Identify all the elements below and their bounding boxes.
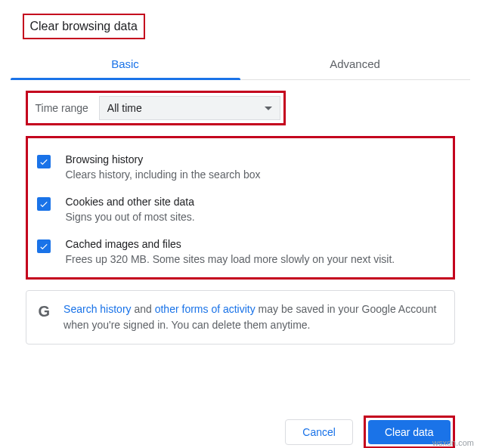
- time-range-row: Time range All time: [26, 91, 286, 125]
- option-title: Cached images and files: [66, 238, 395, 250]
- other-activity-link[interactable]: other forms of activity: [155, 303, 255, 315]
- option-cache: Cached images and files Frees up 320 MB.…: [34, 230, 447, 273]
- google-logo-icon: G: [39, 303, 51, 320]
- dialog-actions: Cancel Clear data: [11, 405, 470, 448]
- check-icon: [39, 156, 49, 167]
- option-desc: Signs you out of most sites.: [66, 211, 195, 223]
- checkbox-cookies[interactable]: [37, 197, 51, 211]
- checkbox-browsing-history[interactable]: [37, 155, 51, 168]
- tab-basic[interactable]: Basic: [11, 47, 240, 79]
- info-text: Search history and other forms of activi…: [63, 301, 441, 333]
- option-browsing-history: Browsing history Clears history, includi…: [34, 146, 447, 188]
- option-desc: Clears history, including in the search …: [66, 168, 261, 181]
- dialog-title: Clear browsing data: [23, 14, 145, 39]
- time-range-label: Time range: [36, 102, 88, 114]
- clear-browsing-data-dialog: Clear browsing data Basic Advanced Time …: [11, 0, 470, 448]
- option-title: Cookies and other site data: [66, 196, 195, 208]
- cancel-button[interactable]: Cancel: [285, 419, 353, 445]
- time-range-select[interactable]: All time: [99, 96, 280, 120]
- options-group: Browsing history Clears history, includi…: [26, 136, 455, 280]
- tab-advanced[interactable]: Advanced: [240, 47, 470, 79]
- chevron-down-icon: [265, 107, 272, 110]
- watermark: wsxdn.com: [432, 438, 474, 447]
- search-history-link[interactable]: Search history: [63, 303, 131, 315]
- option-title: Browsing history: [66, 153, 261, 165]
- tab-bar: Basic Advanced: [11, 47, 470, 80]
- check-icon: [39, 199, 49, 209]
- google-account-info: G Search history and other forms of acti…: [26, 290, 455, 344]
- checkbox-cache[interactable]: [37, 239, 51, 253]
- check-icon: [39, 241, 49, 252]
- option-cookies: Cookies and other site data Signs you ou…: [34, 188, 447, 230]
- time-range-value: All time: [107, 102, 142, 114]
- option-desc: Frees up 320 MB. Some sites may load mor…: [66, 253, 395, 265]
